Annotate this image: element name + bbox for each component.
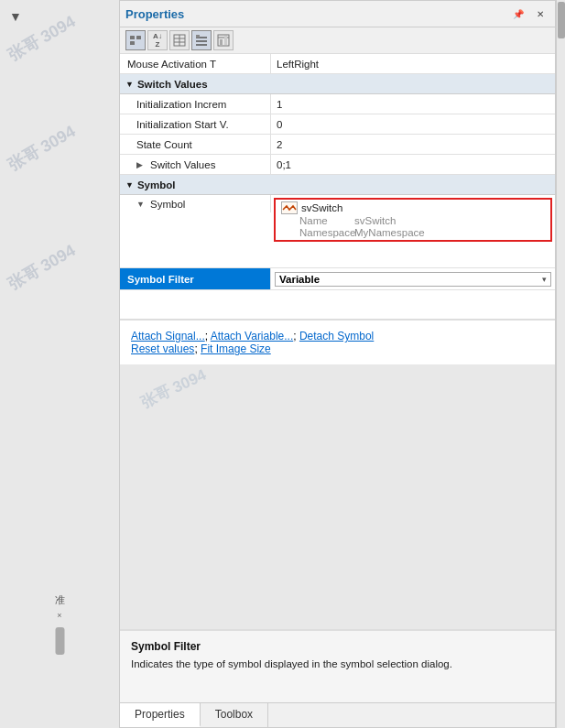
filter-value-cell[interactable]: Variable ▾ bbox=[271, 268, 555, 289]
prop-name-init-increment: Initialization Increm bbox=[120, 94, 271, 114]
prop-value-mouse-activation: LeftRight bbox=[271, 54, 555, 73]
prop-row-symbol[interactable]: ▼ Symbol svSwitch bbox=[120, 195, 555, 268]
left-panel: ▼ 张哥 3094 张哥 3094 张哥 3094 准 × bbox=[0, 0, 119, 728]
prop-value-state-count: 2 bbox=[271, 135, 555, 154]
section-switch-values[interactable]: ▼ Switch Values bbox=[120, 74, 555, 94]
svg-rect-10 bbox=[196, 35, 200, 38]
left-bottom-area: 准 × bbox=[55, 593, 65, 655]
watermark-3: 张哥 3094 bbox=[4, 239, 79, 295]
svg-rect-11 bbox=[218, 35, 229, 46]
close-label: × bbox=[57, 611, 61, 620]
symbol-namespace-row: Namespace MyNamespace bbox=[281, 227, 545, 238]
filter-view-button[interactable] bbox=[213, 30, 234, 50]
info-section: Symbol Filter Indicates the type of symb… bbox=[120, 629, 555, 702]
section-symbol[interactable]: ▼ Symbol bbox=[120, 175, 555, 195]
toolbar: A↓Z bbox=[120, 27, 555, 54]
watermark-2: 张哥 3094 bbox=[4, 120, 79, 176]
collapse-arrow[interactable]: ▼ bbox=[9, 9, 22, 24]
pin-button[interactable]: 📌 bbox=[509, 5, 527, 23]
scroll-bar[interactable] bbox=[55, 627, 64, 655]
info-description: Indicates the type of symbol displayed i… bbox=[131, 657, 544, 672]
prop-name-symbol: ▼ Symbol bbox=[120, 195, 271, 212]
svg-rect-13 bbox=[220, 39, 223, 45]
prop-value-switch-values: 0;1 bbox=[271, 155, 555, 174]
svg-rect-14 bbox=[224, 36, 227, 45]
links-section: Attach Signal...; Attach Variable...; De… bbox=[120, 319, 555, 364]
main-panel: Properties 📌 ✕ A↓Z bbox=[119, 0, 556, 728]
tab-toolbox[interactable]: Toolbox bbox=[201, 703, 268, 727]
canvas-area: 张哥 3094 bbox=[120, 364, 555, 629]
prop-name-mouse-activation: Mouse Activation T bbox=[120, 54, 271, 73]
prop-value-init-start: 0 bbox=[271, 114, 555, 134]
header-icons: 📌 ✕ bbox=[509, 5, 549, 23]
filter-value: Variable bbox=[279, 274, 320, 285]
symbol-main-value: svSwitch bbox=[281, 201, 545, 214]
prop-row-mouse-activation[interactable]: Mouse Activation T LeftRight bbox=[120, 54, 555, 74]
reset-values-link[interactable]: Reset values bbox=[131, 342, 194, 355]
prop-name-state-count: State Count bbox=[120, 135, 271, 154]
property-table: Mouse Activation T LeftRight ▼ Switch Va… bbox=[120, 54, 555, 319]
bottom-tabs: Properties Toolbox bbox=[120, 702, 555, 727]
watermark-canvas: 张哥 3094 bbox=[137, 364, 210, 413]
properties-header: Properties 📌 ✕ bbox=[120, 1, 555, 27]
grouped-view-button[interactable] bbox=[191, 30, 212, 50]
prop-value-init-increment: 1 bbox=[271, 94, 555, 114]
prop-row-state-count[interactable]: State Count 2 bbox=[120, 135, 555, 155]
sort-alpha-button[interactable]: A↓Z bbox=[147, 30, 168, 50]
prop-value-symbol: svSwitch Name svSwitch Namespace MyNames… bbox=[271, 195, 555, 244]
prop-row-switch-values[interactable]: ▶ Switch Values 0;1 bbox=[120, 155, 555, 175]
svg-rect-1 bbox=[136, 36, 141, 39]
svg-rect-0 bbox=[130, 36, 135, 39]
symbol-name-row: Name svSwitch bbox=[281, 215, 545, 226]
close-button[interactable]: ✕ bbox=[531, 5, 549, 23]
attach-signal-link[interactable]: Attach Signal... bbox=[131, 330, 205, 342]
filter-dropdown[interactable]: Variable ▾ bbox=[275, 272, 551, 287]
prop-name-switch-values: ▶ Switch Values bbox=[120, 155, 271, 174]
info-title: Symbol Filter bbox=[131, 640, 544, 653]
prop-name-init-start: Initialization Start V. bbox=[120, 114, 271, 134]
symbol-box: svSwitch Name svSwitch Namespace MyNames… bbox=[274, 198, 552, 242]
chevron-switch-values: ▼ bbox=[125, 80, 134, 89]
prop-row-init-start[interactable]: Initialization Start V. 0 bbox=[120, 114, 555, 135]
attach-variable-link[interactable]: Attach Variable... bbox=[211, 330, 294, 342]
table-view-button[interactable] bbox=[169, 30, 190, 50]
switch-icon bbox=[281, 201, 298, 214]
sort-category-button[interactable] bbox=[125, 30, 146, 50]
prop-name-symbol-filter: Symbol Filter bbox=[120, 268, 271, 289]
expand-icon-symbol: ▼ bbox=[136, 200, 147, 209]
prop-row-symbol-filter[interactable]: Symbol Filter Variable ▾ bbox=[120, 268, 555, 290]
scroll-icon: 准 bbox=[55, 593, 65, 607]
svg-rect-2 bbox=[130, 41, 135, 45]
fit-image-link[interactable]: Fit Image Size bbox=[201, 342, 271, 355]
prop-row-init-increment[interactable]: Initialization Increm 1 bbox=[120, 94, 555, 114]
expand-icon-switch-values: ▶ bbox=[136, 160, 147, 169]
scrollbar-thumb[interactable] bbox=[558, 2, 565, 38]
panel-title: Properties bbox=[125, 7, 184, 21]
detach-symbol-link[interactable]: Detach Symbol bbox=[299, 330, 374, 342]
chevron-symbol: ▼ bbox=[125, 180, 134, 190]
properties-panel: Properties 📌 ✕ A↓Z bbox=[119, 0, 556, 728]
dropdown-arrow: ▾ bbox=[542, 275, 547, 284]
tab-properties[interactable]: Properties bbox=[120, 703, 201, 727]
scrollbar[interactable] bbox=[556, 0, 565, 728]
